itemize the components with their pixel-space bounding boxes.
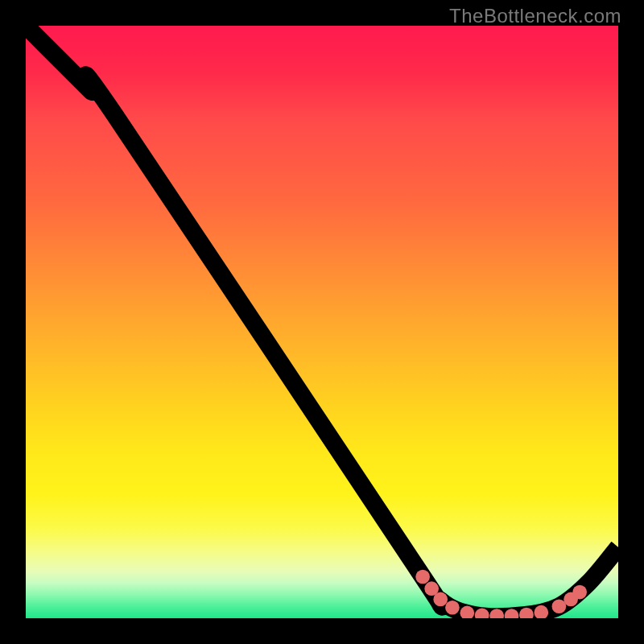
data-marker <box>552 599 567 613</box>
plot-area <box>26 26 618 618</box>
attribution-text: TheBottleneck.com <box>449 5 621 27</box>
data-marker <box>445 601 460 615</box>
data-marker <box>572 585 587 600</box>
chart-svg <box>26 26 618 618</box>
bottleneck-curve <box>26 26 618 617</box>
data-marker <box>415 570 430 584</box>
chart-stage: TheBottleneck.com <box>0 0 644 644</box>
data-marker <box>433 592 448 607</box>
